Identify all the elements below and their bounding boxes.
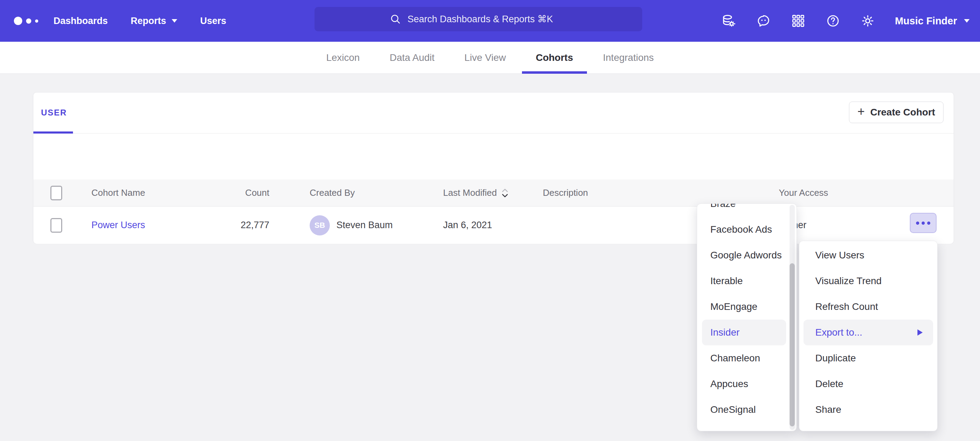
cohorts-card-header: USER + Create Cohort <box>33 93 954 134</box>
row-context-menu: View Users Visualize Trend Refresh Count… <box>799 241 938 431</box>
tab-cohorts[interactable]: Cohorts <box>536 42 573 74</box>
tab-live-view-label: Live View <box>464 52 506 63</box>
scrollbar-thumb[interactable] <box>789 263 795 427</box>
nav-reports-label: Reports <box>130 16 166 26</box>
menu-item-delete[interactable]: Delete <box>799 371 937 397</box>
tab-user-cohorts[interactable]: USER <box>41 108 67 118</box>
workspace-switcher[interactable]: Music Finder <box>895 15 970 27</box>
tab-integrations-label: Integrations <box>603 52 654 63</box>
workspace-name: Music Finder <box>895 15 957 27</box>
user-tab-underline <box>33 131 73 134</box>
context-menu-list: View Users Visualize Trend Refresh Count… <box>799 241 937 423</box>
create-cohort-button[interactable]: + Create Cohort <box>849 102 943 123</box>
cohorts-card: USER + Create Cohort 1 Results Filter by… <box>33 92 954 243</box>
submenu-item-insider[interactable]: Insider <box>702 320 786 345</box>
submenu-item-iterable[interactable]: Iterable <box>697 268 797 294</box>
search-icon <box>390 13 401 25</box>
section-tabbar: Lexicon Data Audit Live View Cohorts Int… <box>0 42 980 74</box>
menu-item-duplicate[interactable]: Duplicate <box>799 345 937 371</box>
submenu-item-appcues[interactable]: Appcues <box>697 371 797 397</box>
row-actions-button[interactable] <box>910 213 937 233</box>
column-your-access[interactable]: Your Access <box>779 179 828 206</box>
mixpanel-logo[interactable] <box>14 17 45 25</box>
settings-gear-icon[interactable] <box>860 13 875 29</box>
submenu-item-onesignal[interactable]: OneSignal <box>697 397 797 423</box>
apps-grid-icon[interactable] <box>791 13 806 29</box>
data-settings-icon[interactable] <box>721 13 737 29</box>
row-checkbox[interactable] <box>50 218 62 233</box>
column-last-modified[interactable]: Last Modified <box>443 179 509 206</box>
top-navbar: Dashboards Reports Users <box>0 0 980 42</box>
tab-data-audit[interactable]: Data Audit <box>390 42 434 74</box>
submenu-item-chameleon[interactable]: Chameleon <box>697 345 797 371</box>
tab-data-audit-label: Data Audit <box>390 52 434 63</box>
menu-item-export-to[interactable]: Export to... <box>803 320 933 345</box>
app: Dashboards Reports Users <box>0 0 980 441</box>
column-last-modified-label: Last Modified <box>443 187 497 198</box>
menu-item-visualize-trend[interactable]: Visualize Trend <box>799 268 937 294</box>
global-search-input[interactable] <box>408 14 568 25</box>
create-cohort-label: Create Cohort <box>870 107 935 118</box>
chevron-down-icon <box>172 19 177 22</box>
logo-dot-medium <box>26 18 31 24</box>
column-cohort-name[interactable]: Cohort Name <box>91 179 145 206</box>
help-icon[interactable] <box>826 13 841 29</box>
submenu-item-moengage[interactable]: MoEngage <box>697 294 797 320</box>
created-by-cell: SB Steven Baum <box>310 206 393 244</box>
menu-item-share[interactable]: Share <box>799 397 937 423</box>
active-tab-underline <box>522 71 587 74</box>
submenu-item-google-adwords[interactable]: Google Adwords <box>697 243 797 268</box>
export-submenu-list: Braze Facebook Ads Google Adwords Iterab… <box>697 203 797 423</box>
menu-item-refresh-count[interactable]: Refresh Count <box>799 294 937 320</box>
feedback-icon[interactable] <box>756 13 771 29</box>
nav-users[interactable]: Users <box>200 16 226 26</box>
ellipsis-icon <box>927 222 930 225</box>
ellipsis-icon <box>916 222 919 225</box>
submenu-item-facebook-ads[interactable]: Facebook Ads <box>697 217 797 243</box>
logo-dot-small <box>35 19 38 22</box>
primary-nav: Dashboards Reports Users <box>54 16 226 26</box>
menu-item-export-to-label: Export to... <box>815 327 862 338</box>
cohort-count: 22,777 <box>193 206 269 244</box>
export-submenu: Braze Facebook Ads Google Adwords Iterab… <box>697 203 797 431</box>
column-count[interactable]: Count <box>193 179 269 206</box>
tab-lexicon[interactable]: Lexicon <box>326 42 360 74</box>
created-by-name: Steven Baum <box>336 220 393 230</box>
avatar: SB <box>310 215 330 235</box>
tab-integrations[interactable]: Integrations <box>603 42 654 74</box>
submenu-arrow-icon <box>918 329 923 336</box>
tab-cohorts-label: Cohorts <box>536 52 573 63</box>
logo-dot-large <box>14 17 22 25</box>
nav-reports[interactable]: Reports <box>130 16 177 26</box>
select-all-checkbox[interactable] <box>50 186 62 200</box>
navbar-right: Music Finder <box>721 0 970 42</box>
nav-dashboards[interactable]: Dashboards <box>54 16 108 26</box>
global-search[interactable] <box>315 7 642 31</box>
column-description[interactable]: Description <box>543 179 588 206</box>
menu-item-view-users[interactable]: View Users <box>799 243 937 268</box>
last-modified-cell: Jan 6, 2021 <box>443 206 492 244</box>
tab-live-view[interactable]: Live View <box>464 42 506 74</box>
plus-icon: + <box>858 105 865 118</box>
ellipsis-icon <box>922 222 925 225</box>
chevron-down-icon <box>964 19 970 22</box>
nav-users-label: Users <box>200 16 226 26</box>
column-created-by[interactable]: Created By <box>310 179 355 206</box>
nav-dashboards-label: Dashboards <box>54 16 108 26</box>
table-row: Power Users 22,777 SB Steven Baum Jan 6,… <box>33 206 954 244</box>
table-header: Cohort Name Count Created By Last Modifi… <box>33 179 954 206</box>
cohort-name-link[interactable]: Power Users <box>91 220 145 230</box>
submenu-item-braze[interactable]: Braze <box>697 203 797 217</box>
tab-lexicon-label: Lexicon <box>326 52 360 63</box>
sort-icon[interactable] <box>501 188 509 198</box>
